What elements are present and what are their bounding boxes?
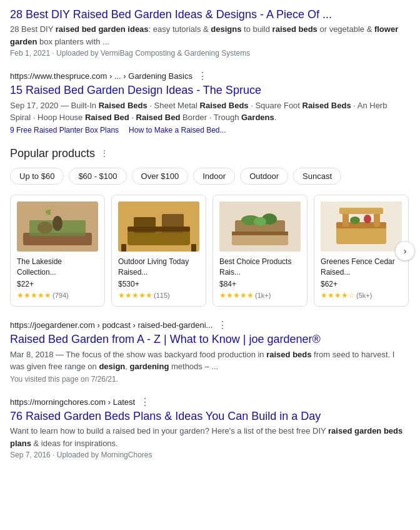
product-name-3: Greenes Fence Cedar Raised... xyxy=(321,257,402,278)
products-carousel-wrapper: 🌿 The Lakeside Collection... $22+ ★★★★★ … xyxy=(10,195,410,307)
product-image-2 xyxy=(219,201,301,252)
popular-products-section: Popular products ⋮ Up to $60 $60 - $100 … xyxy=(10,147,410,307)
result-date-1: Feb 1, 2021 · Uploaded by VermiBag Compo… xyxy=(10,49,410,58)
result-sublink-2[interactable]: How to Make a Raised Bed... xyxy=(129,126,226,135)
stars-count-0: (794) xyxy=(52,292,69,299)
popular-products-heading: Popular products xyxy=(10,147,95,160)
result-visited-3: You visited this page on 7/26/21. xyxy=(10,375,410,384)
filter-pill-2[interactable]: Over $100 xyxy=(132,168,189,185)
result-links-2: 9 Free Raised Planter Box Plans How to M… xyxy=(10,126,410,135)
product-stars-2: ★★★★★ (1k+) xyxy=(219,291,301,300)
filter-pill-0[interactable]: Up to $60 xyxy=(10,168,64,185)
svg-rect-12 xyxy=(121,244,126,252)
product-card-1[interactable]: Outdoor Living Today Raised... $530+ ★★★… xyxy=(111,195,206,307)
result-sublink-1[interactable]: 9 Free Raised Planter Box Plans xyxy=(10,126,119,135)
result-link-1[interactable]: 28 Best DIY Raised Bed Garden Ideas & De… xyxy=(10,8,332,21)
result-snippet-4: Want to learn how to build a raised bed … xyxy=(10,425,410,449)
product-card-0[interactable]: 🌿 The Lakeside Collection... $22+ ★★★★★ … xyxy=(10,195,105,307)
search-result-4: https://morningchores.com › Latest ⋮ 76 … xyxy=(10,396,410,459)
result-title-4[interactable]: 76 Raised Garden Beds Plans & Ideas You … xyxy=(10,409,410,424)
svg-point-4 xyxy=(52,216,62,231)
result-options-icon-4[interactable]: ⋮ xyxy=(140,396,150,408)
product-price-0: $22+ xyxy=(17,280,98,288)
result-url-2: https://www.thespruce.com › ... › Garden… xyxy=(10,70,410,82)
product-name-0: The Lakeside Collection... xyxy=(17,257,98,278)
product-image-3 xyxy=(321,201,402,252)
product-stars-3: ★★★★☆ (5k+) xyxy=(321,291,402,300)
product-price-1: $530+ xyxy=(118,280,199,288)
stars-count-1: (115) xyxy=(154,292,170,299)
product-image-0: 🌿 xyxy=(17,201,98,252)
svg-point-28 xyxy=(364,215,371,223)
result-snippet-3: Mar 8, 2018 — The focus of the show was … xyxy=(10,349,410,373)
filter-pill-4[interactable]: Outdoor xyxy=(240,168,288,185)
svg-text:🌿: 🌿 xyxy=(45,209,51,215)
svg-rect-11 xyxy=(128,227,190,232)
filter-pill-5[interactable]: Suncast xyxy=(293,168,341,185)
result-link-2[interactable]: 15 Raised Bed Garden Design Ideas - The … xyxy=(10,84,261,96)
product-image-1 xyxy=(118,201,199,252)
product-img-svg-3 xyxy=(321,201,402,252)
svg-rect-26 xyxy=(339,208,383,214)
product-name-1: Outdoor Living Today Raised... xyxy=(118,257,199,278)
stars-visual-0: ★★★★★ xyxy=(17,291,51,300)
products-carousel: 🌿 The Lakeside Collection... $22+ ★★★★★ … xyxy=(10,195,410,307)
search-result-3: https://joegardener.com › podcast › rais… xyxy=(10,319,410,383)
product-price-3: $62+ xyxy=(321,280,402,288)
svg-point-27 xyxy=(350,217,360,224)
result-options-icon-2[interactable]: ⋮ xyxy=(198,70,208,82)
filter-pill-3[interactable]: Indoor xyxy=(193,168,235,185)
product-stars-1: ★★★★★ (115) xyxy=(118,291,199,300)
svg-rect-17 xyxy=(232,232,288,235)
search-result-2: https://www.thespruce.com › ... › Garden… xyxy=(10,70,410,134)
product-img-svg-1 xyxy=(118,201,199,252)
filter-pills: Up to $60 $60 - $100 Over $100 Indoor Ou… xyxy=(10,168,410,185)
result-url-3: https://joegardener.com › podcast › rais… xyxy=(10,319,410,331)
search-result-1: 28 Best DIY Raised Bed Garden Ideas & De… xyxy=(10,8,410,58)
carousel-next-button[interactable]: › xyxy=(395,241,415,261)
result-title-1[interactable]: 28 Best DIY Raised Bed Garden Ideas & De… xyxy=(10,8,410,22)
result-url-text-3: https://joegardener.com › podcast › rais… xyxy=(10,320,212,330)
result-title-3[interactable]: Raised Bed Garden from A - Z | What to K… xyxy=(10,332,410,347)
popular-products-header: Popular products ⋮ xyxy=(10,147,410,160)
svg-point-20 xyxy=(254,217,266,226)
result-date-4: Sep 7, 2016 · Uploaded by MorningChores xyxy=(10,451,410,459)
stars-count-3: (5k+) xyxy=(356,292,372,299)
svg-rect-13 xyxy=(191,244,196,252)
product-img-svg-2 xyxy=(219,201,301,252)
popular-products-options-icon[interactable]: ⋮ xyxy=(100,148,109,158)
filter-pill-1[interactable]: $60 - $100 xyxy=(69,168,126,185)
result-url-text-2: https://www.thespruce.com › ... › Garden… xyxy=(10,71,192,81)
result-options-icon-3[interactable]: ⋮ xyxy=(218,319,228,331)
stars-visual-1: ★★★★★ xyxy=(118,291,152,300)
result-url-4: https://morningchores.com › Latest ⋮ xyxy=(10,396,410,408)
result-title-2[interactable]: 15 Raised Bed Garden Design Ideas - The … xyxy=(10,83,410,98)
result-link-3[interactable]: Raised Bed Garden from A - Z | What to K… xyxy=(10,333,321,345)
result-url-text-4: https://morningchores.com › Latest xyxy=(10,397,135,407)
product-card-2[interactable]: Best Choice Products Rais... $84+ ★★★★★ … xyxy=(212,195,308,307)
stars-visual-2: ★★★★★ xyxy=(219,291,254,300)
stars-count-2: (1k+) xyxy=(255,292,271,299)
product-price-2: $84+ xyxy=(219,280,301,288)
product-stars-0: ★★★★★ (794) xyxy=(17,291,98,300)
result-snippet-2: Sep 17, 2020 — Built-In Raised Beds · Sh… xyxy=(10,99,410,124)
product-name-2: Best Choice Products Rais... xyxy=(219,257,301,278)
result-snippet-1: 28 Best DIY raised bed garden ideas: eas… xyxy=(10,23,410,48)
stars-visual-3: ★★★★☆ xyxy=(321,291,355,300)
svg-point-3 xyxy=(38,222,52,234)
result-link-4[interactable]: 76 Raised Garden Beds Plans & Ideas You … xyxy=(10,410,321,422)
product-img-svg-0: 🌿 xyxy=(17,201,98,252)
